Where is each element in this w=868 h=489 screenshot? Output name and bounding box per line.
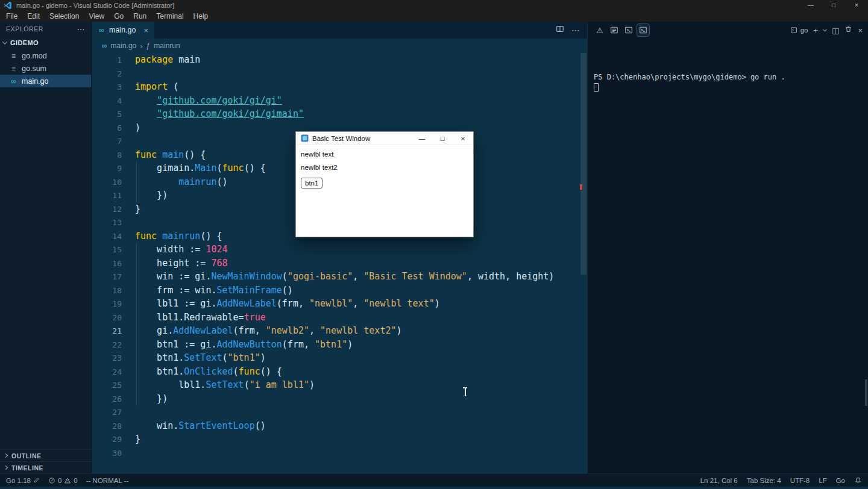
menu-item-terminal[interactable]: Terminal <box>151 12 188 20</box>
menu-item-selection[interactable]: Selection <box>45 12 84 20</box>
file-item-go-mod[interactable]: ≡go.mod <box>0 49 91 62</box>
menu-bar: FileEditSelectionViewGoRunTerminalHelp <box>0 11 868 22</box>
code-line[interactable]: 16 height := 768 <box>92 257 587 270</box>
code-line[interactable]: 2 <box>92 67 587 81</box>
tab-close-icon[interactable]: × <box>143 26 148 35</box>
code-line[interactable]: 21 gi.AddNewLabel(frm, "newlb2", "newlbl… <box>92 324 587 338</box>
notifications-bell-icon[interactable] <box>854 476 862 484</box>
code-token <box>135 108 157 119</box>
line-number: 14 <box>92 230 122 244</box>
line-number: 22 <box>92 338 122 352</box>
app-close-button[interactable]: × <box>453 132 473 145</box>
kill-terminal-icon[interactable] <box>844 25 852 36</box>
code-line[interactable]: 1package main <box>92 53 587 67</box>
terminal-content[interactable]: PS D:\chenhao\projects\mygo\gidemo>go ru… <box>588 39 868 473</box>
cursor-position-status[interactable]: Ln 21, Col 6 <box>700 477 738 484</box>
terminal-instance[interactable]: go <box>790 26 808 34</box>
code-token: ( <box>244 379 250 390</box>
restore-button[interactable]: □ <box>822 0 845 11</box>
code-line[interactable]: 15 width := 1024 <box>92 243 587 257</box>
code-line[interactable]: 29} <box>92 432 587 446</box>
code-line[interactable]: 17 win := gi.NewMainWindow("gogi-basic",… <box>92 270 587 284</box>
app-btn1-button[interactable]: btn1 <box>301 178 322 188</box>
code-line[interactable]: 4 "github.com/goki/gi/gi" <box>92 94 587 108</box>
line-number: 28 <box>92 420 122 434</box>
eol-status[interactable]: LF <box>819 477 826 484</box>
minimize-button[interactable]: — <box>799 0 822 11</box>
menu-item-edit[interactable]: Edit <box>22 12 45 20</box>
line-number: 12 <box>92 203 122 217</box>
terminal-scrollbar[interactable] <box>865 379 867 406</box>
line-number: 24 <box>92 366 122 379</box>
code-token: (frm, <box>233 325 266 336</box>
problems-tab-icon[interactable]: ⚠ <box>593 23 606 37</box>
error-count: 0 <box>58 477 61 484</box>
vscode-logo-icon <box>4 1 12 10</box>
file-item-main-go[interactable]: ∞main.go <box>0 75 91 87</box>
code-line[interactable]: 30 <box>92 446 587 460</box>
code-token: func <box>239 366 260 377</box>
line-number: 5 <box>92 108 122 122</box>
project-name: GIDEMO <box>10 39 39 46</box>
code-line[interactable]: 26 }) <box>92 392 587 406</box>
split-terminal-icon[interactable]: ◫ <box>832 26 839 35</box>
menu-item-view[interactable]: View <box>84 12 109 20</box>
editor-scrollbar[interactable] <box>580 53 587 275</box>
code-line[interactable]: 28 win.StartEventLoop() <box>92 419 587 433</box>
menu-item-go[interactable]: Go <box>109 12 128 20</box>
code-token: ) <box>347 339 353 350</box>
title-bar[interactable]: main.go - gidemo - Visual Studio Code [A… <box>0 0 868 11</box>
close-panel-icon[interactable]: × <box>858 26 863 35</box>
line-number: 16 <box>92 257 122 271</box>
code-line[interactable]: 24 btn1.OnClicked(func() { <box>92 365 587 379</box>
line-number: 1 <box>92 54 122 67</box>
section-outline[interactable]: OUTLINE <box>0 449 91 461</box>
problems-status[interactable]: 0 0 <box>48 477 78 484</box>
language-status[interactable]: Go <box>836 477 845 484</box>
code-line[interactable]: 18 frm := win.SetMainFrame() <box>92 284 587 297</box>
section-timeline[interactable]: TIMELINE <box>0 461 91 473</box>
code-line[interactable]: 25 lbl1.SetText("i am lbl1") <box>92 378 587 392</box>
tab-size-status[interactable]: Tab Size: 4 <box>747 477 781 484</box>
line-number: 4 <box>92 95 122 108</box>
code-token: 768 <box>211 258 227 269</box>
debug-console-tab-icon[interactable] <box>622 23 635 37</box>
menu-item-run[interactable]: Run <box>128 12 151 20</box>
breadcrumb-item[interactable]: main.go <box>111 42 137 50</box>
code-line[interactable]: 20 lbl1.Redrawable=true <box>92 311 587 325</box>
app-window-title-bar[interactable]: Basic Test Window — □ × <box>296 132 473 145</box>
code-token: func <box>135 149 157 160</box>
line-number: 29 <box>92 433 122 447</box>
app-maximize-button[interactable]: □ <box>432 132 453 145</box>
code-token: "btn1" <box>228 352 260 363</box>
new-terminal-icon[interactable]: + <box>814 26 819 35</box>
encoding-status[interactable]: UTF-8 <box>790 477 810 484</box>
code-line[interactable]: 5 "github.com/goki/gi/gimain" <box>92 107 587 121</box>
terminal-tab-icon[interactable] <box>637 23 650 37</box>
go-version-status[interactable]: Go 1.18 <box>6 477 40 484</box>
folder-gidemo[interactable]: GIDEMO <box>0 36 91 49</box>
code-line[interactable]: 23 btn1.SetText("btn1") <box>92 351 587 365</box>
code-line[interactable]: 22 btn1 := gi.AddNewButton(frm, "btn1") <box>92 338 587 352</box>
close-button[interactable]: × <box>845 0 868 11</box>
explorer-more-actions-icon[interactable]: ⋯ <box>77 25 85 34</box>
breadcrumb-item[interactable]: mainrun <box>154 42 180 50</box>
split-editor-icon[interactable] <box>556 25 564 36</box>
line-number: 18 <box>92 284 122 298</box>
terminal-profile-chevron-icon[interactable] <box>823 27 827 31</box>
file-item-go-sum[interactable]: ≡go.sum <box>0 62 91 75</box>
code-line[interactable]: 3import ( <box>92 80 587 94</box>
code-token: func <box>135 231 157 241</box>
output-tab-icon[interactable] <box>608 23 621 37</box>
app-minimize-button[interactable]: — <box>412 132 432 145</box>
explorer-title: EXPLORER <box>6 25 43 33</box>
code-token: "newlbl text" <box>363 298 434 309</box>
code-token: lbl1 := gi. <box>135 298 216 309</box>
vim-mode-status[interactable]: -- NORMAL -- <box>86 477 128 484</box>
menu-item-file[interactable]: File <box>1 12 22 20</box>
code-line[interactable]: 19 lbl1 := gi.AddNewLabel(frm, "newlbl",… <box>92 297 587 311</box>
tab-main-go[interactable]: ∞ main.go × <box>92 22 154 39</box>
editor-more-icon[interactable]: ⋯ <box>571 25 580 35</box>
code-line[interactable]: 27 <box>92 405 587 419</box>
menu-item-help[interactable]: Help <box>189 12 213 20</box>
